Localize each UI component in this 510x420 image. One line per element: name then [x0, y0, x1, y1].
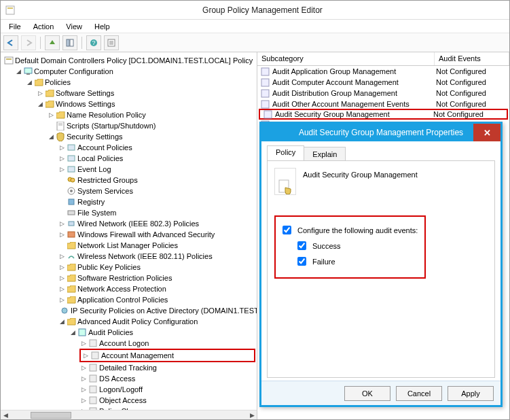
expand-icon[interactable]: ▷ — [58, 273, 65, 283]
expand-icon[interactable]: ▷ — [58, 153, 65, 164]
collapse-icon[interactable]: ◢ — [58, 316, 65, 327]
checkbox-failure[interactable] — [297, 257, 306, 266]
collapse-icon[interactable]: ◢ — [69, 327, 76, 338]
tree-policies[interactable]: ◢Policies — [25, 77, 255, 88]
failure-checkbox[interactable]: Failure — [295, 255, 418, 268]
show-hide-tree-button[interactable] — [62, 35, 77, 50]
tree-detailed-tracking[interactable]: ▷Detailed Tracking — [79, 362, 255, 373]
properties-button[interactable] — [104, 35, 119, 50]
tree-ds-access[interactable]: ▷DS Access — [79, 373, 255, 384]
tree-file-system[interactable]: File System — [58, 207, 255, 218]
tree-name-resolution[interactable]: ▷Name Resolution Policy — [47, 109, 255, 120]
expand-icon[interactable]: ▷ — [80, 338, 87, 349]
expand-icon[interactable]: ▷ — [48, 109, 54, 120]
tree-nlm[interactable]: Network List Manager Policies — [58, 240, 255, 251]
expand-icon[interactable]: ▷ — [80, 373, 87, 384]
dialog-titlebar[interactable]: Audit Security Group Management Properti… — [261, 124, 500, 141]
failure-label: Failure — [312, 258, 335, 266]
svg-rect-19 — [68, 167, 75, 172]
tree-event-log[interactable]: ▷Event Log — [58, 164, 255, 175]
configure-events-checkbox[interactable]: Configure the following audit events: — [280, 224, 418, 237]
tree-pki[interactable]: ▷Public Key Policies — [58, 262, 255, 273]
expand-icon[interactable]: ▷ — [82, 350, 89, 361]
tree-wfas[interactable]: ▷Windows Firewall with Advanced Security — [58, 229, 255, 240]
expand-icon[interactable]: ▷ — [80, 362, 87, 373]
tab-policy[interactable]: Policy — [267, 145, 304, 160]
expand-icon[interactable]: ▷ — [80, 384, 87, 395]
collapse-icon[interactable]: ◢ — [15, 66, 22, 77]
checkbox-configure[interactable] — [283, 226, 291, 234]
expand-icon[interactable]: ▷ — [58, 262, 65, 273]
list-item[interactable]: Audit Other Account Management EventsNot… — [257, 99, 509, 109]
list-value: Not Configured — [432, 110, 507, 118]
tree-restricted-groups[interactable]: Restricted Groups — [58, 175, 255, 186]
tree-account-policies[interactable]: ▷Account Policies — [58, 142, 255, 153]
help-button[interactable]: ? — [86, 35, 101, 50]
success-checkbox[interactable]: Success — [295, 239, 418, 252]
tree-security-settings[interactable]: ◢Security Settings — [47, 131, 255, 142]
tree-windows-settings[interactable]: ◢Windows Settings — [36, 99, 255, 109]
tree-logon-logoff[interactable]: ▷Logon/Logoff — [79, 384, 255, 395]
scroll-left-icon[interactable]: ◀ — [1, 411, 10, 419]
tree-aapc[interactable]: ◢Advanced Audit Policy Configuration — [58, 316, 255, 327]
list-item[interactable]: Audit Application Group ManagementNot Co… — [257, 66, 509, 77]
list-item[interactable]: Audit Distribution Group ManagementNot C… — [257, 88, 509, 99]
expand-icon[interactable]: ▷ — [37, 88, 43, 99]
list-item[interactable]: Audit Computer Account ManagementNot Con… — [257, 77, 509, 88]
collapse-icon[interactable]: ◢ — [26, 77, 33, 88]
navigation-tree[interactable]: Default Domain Controllers Policy [DC1.D… — [1, 52, 257, 419]
expand-icon[interactable]: ▷ — [58, 229, 65, 240]
list-value: Not Configured — [435, 78, 509, 86]
expand-icon[interactable]: ▷ — [80, 395, 87, 406]
menu-view[interactable]: View — [60, 21, 88, 32]
tree-scripts[interactable]: Scripts (Startup/Shutdown) — [47, 120, 255, 131]
tree-local-policies[interactable]: ▷Local Policies — [58, 153, 255, 164]
tree-software-settings[interactable]: ▷Software Settings — [36, 88, 255, 99]
folder-icon — [67, 262, 76, 272]
tree-acp[interactable]: ▷Application Control Policies — [58, 294, 255, 305]
tree-system-services[interactable]: System Services — [58, 186, 255, 196]
scroll-right-icon[interactable]: ▶ — [247, 411, 257, 419]
menu-help[interactable]: Help — [89, 21, 115, 32]
tree-registry[interactable]: Registry — [58, 196, 255, 207]
expand-icon[interactable]: ▷ — [58, 294, 65, 305]
tree-nap[interactable]: ▷Network Access Protection — [58, 283, 255, 294]
tree-computer-config[interactable]: ◢Computer Configuration — [14, 66, 255, 77]
tree-wired[interactable]: ▷Wired Network (IEEE 802.3) Policies — [58, 218, 255, 229]
menu-action[interactable]: Action — [28, 21, 60, 32]
tree-object-access[interactable]: ▷Object Access — [79, 395, 255, 406]
expand-icon[interactable]: ▷ — [58, 251, 65, 262]
collapse-icon[interactable]: ◢ — [37, 99, 43, 109]
tree-audit-policies[interactable]: ◢Audit Policies — [69, 327, 255, 338]
forward-button[interactable] — [21, 35, 36, 50]
expand-icon[interactable]: ▷ — [58, 218, 65, 229]
tree-horizontal-scrollbar[interactable]: ◀ ▶ — [1, 410, 257, 419]
tree-audit-logon[interactable]: ▷Account Logon — [79, 338, 255, 349]
checkbox-success[interactable] — [297, 241, 306, 250]
apply-button[interactable]: Apply — [448, 386, 494, 401]
column-audit-events[interactable]: Audit Events — [435, 52, 509, 65]
menu-file[interactable]: File — [3, 21, 26, 32]
cancel-button[interactable]: Cancel — [396, 386, 442, 401]
folder-icon — [67, 295, 76, 304]
tab-explain[interactable]: Explain — [304, 147, 346, 160]
column-subcategory[interactable]: Subcategory — [257, 52, 435, 65]
expand-icon[interactable]: ▷ — [58, 164, 65, 175]
list-item-security-group[interactable]: Audit Security Group ManagementNot Confi… — [259, 109, 508, 120]
tree-srp[interactable]: ▷Software Restriction Policies — [58, 273, 255, 283]
scroll-thumb[interactable] — [31, 412, 71, 419]
back-button[interactable] — [3, 35, 18, 50]
collapse-icon[interactable]: ◢ — [48, 131, 54, 142]
tree-label: Policies — [45, 77, 71, 88]
ok-button[interactable]: OK — [344, 386, 390, 401]
expand-icon[interactable]: ▷ — [58, 283, 65, 294]
tree-root[interactable]: Default Domain Controllers Policy [DC1.D… — [3, 55, 255, 66]
ipsec-icon — [60, 306, 69, 315]
tree-account-management[interactable]: ▷Account Management — [79, 349, 255, 362]
close-button[interactable]: ✕ — [473, 124, 500, 141]
expand-icon[interactable]: ▷ — [58, 142, 65, 153]
tree-ipsec[interactable]: IP Security Policies on Active Directory… — [58, 305, 255, 316]
tree-wireless[interactable]: ▷Wireless Network (IEEE 802.11) Policies — [58, 251, 255, 262]
tree-label: Local Policies — [77, 153, 123, 164]
up-button[interactable] — [45, 35, 60, 50]
